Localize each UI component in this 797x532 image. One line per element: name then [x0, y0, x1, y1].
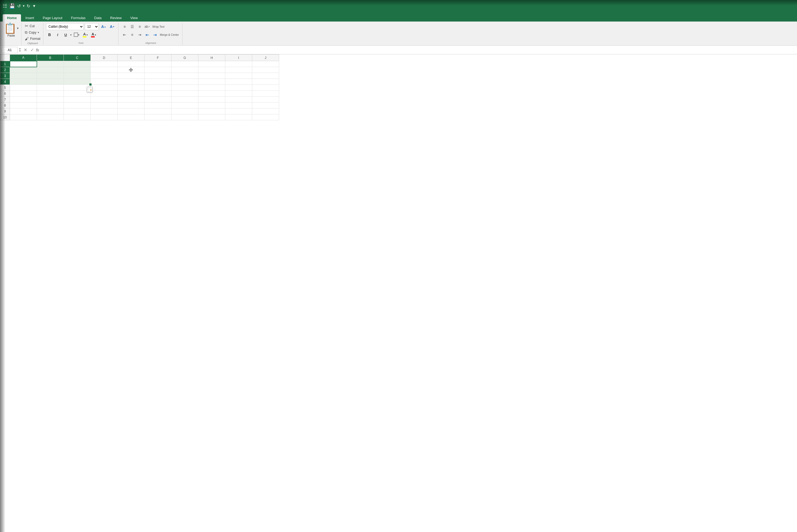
cell-b5[interactable]	[37, 85, 64, 91]
redo-icon[interactable]: ↻	[27, 3, 30, 8]
cell-j5[interactable]	[252, 85, 279, 91]
cell-h2[interactable]	[198, 67, 225, 73]
col-header-i[interactable]: I	[225, 55, 252, 61]
col-header-b[interactable]: B	[37, 55, 64, 61]
cell-e10[interactable]	[118, 114, 145, 120]
paste-button[interactable]: 📋 ▾	[4, 23, 19, 33]
cell-d7[interactable]	[91, 97, 118, 102]
cell-reference-box[interactable]: A1	[2, 47, 18, 53]
cell-e7[interactable]	[118, 97, 145, 102]
cell-h7[interactable]	[198, 97, 225, 102]
cell-e4[interactable]	[118, 79, 145, 85]
cell-f10[interactable]	[145, 114, 171, 120]
font-family-select[interactable]: Calibri (Body)	[46, 23, 84, 30]
cell-a10[interactable]	[10, 114, 37, 120]
row-header-8[interactable]: 8	[0, 102, 10, 109]
cell-h4[interactable]	[198, 79, 225, 85]
row-header-1[interactable]: 1	[0, 61, 10, 67]
tab-insert[interactable]: Insert	[21, 14, 38, 21]
cell-e6[interactable]	[118, 91, 145, 97]
cell-d8[interactable]	[91, 102, 118, 109]
formula-input[interactable]	[42, 47, 795, 53]
highlight-color-button[interactable]: A ▾	[81, 32, 89, 38]
cell-d9[interactable]	[91, 109, 118, 114]
cell-h3[interactable]	[198, 73, 225, 79]
cell-h6[interactable]	[198, 91, 225, 97]
cell-a8[interactable]	[10, 102, 37, 109]
cell-a6[interactable]	[10, 91, 37, 97]
cell-h10[interactable]	[198, 114, 225, 120]
merge-center-btn[interactable]: Merge & Center	[159, 31, 180, 38]
decrease-font-btn[interactable]: A▼	[109, 23, 116, 30]
cell-a3[interactable]	[10, 73, 37, 79]
tab-view[interactable]: View	[126, 14, 142, 21]
tab-data[interactable]: Data	[90, 14, 106, 21]
row-header-9[interactable]: 9	[0, 109, 10, 114]
customize-icon[interactable]: ▼	[32, 4, 36, 8]
cell-f2[interactable]	[145, 67, 171, 73]
row-header-3[interactable]: 3	[0, 73, 10, 79]
cell-i3[interactable]	[225, 73, 252, 79]
formula-confirm-button[interactable]: ✓	[29, 48, 35, 53]
cell-g6[interactable]	[171, 91, 198, 97]
cell-j6[interactable]	[252, 91, 279, 97]
cell-j2[interactable]	[252, 67, 279, 73]
cell-g4[interactable]	[171, 79, 198, 85]
col-header-a[interactable]: A	[10, 55, 37, 61]
row-header-5[interactable]: 5	[0, 85, 10, 91]
undo-icon[interactable]: ↺	[17, 3, 21, 8]
increase-indent-btn[interactable]: ⇥	[151, 31, 158, 38]
cell-g10[interactable]	[171, 114, 198, 120]
underline-button[interactable]: U	[62, 31, 69, 38]
fill-handle[interactable]	[89, 83, 92, 86]
cell-f6[interactable]	[145, 91, 171, 97]
cell-a1[interactable]	[10, 61, 37, 67]
spreadsheet-inner[interactable]: A B C D E F G H I J 1	[0, 54, 797, 532]
formula-cancel-button[interactable]: ✕	[23, 48, 28, 53]
highlight-dropdown[interactable]: ▾	[87, 33, 88, 36]
decrease-indent-btn[interactable]: ⇤	[144, 31, 151, 38]
tab-home[interactable]: Home	[3, 14, 21, 21]
cell-h9[interactable]	[198, 109, 225, 114]
orientation-btn[interactable]: ab↗	[144, 23, 151, 30]
wrap-text-btn[interactable]: Wrap Text	[151, 23, 166, 30]
align-right-btn[interactable]: ⇥	[136, 31, 143, 38]
format-painter-button[interactable]: 🖌 Format	[24, 36, 41, 41]
cell-d5[interactable]	[91, 85, 118, 91]
cell-i10[interactable]	[225, 114, 252, 120]
row-header-6[interactable]: 6	[0, 91, 10, 97]
cell-a4[interactable]	[10, 79, 37, 85]
cell-f3[interactable]	[145, 73, 171, 79]
cell-g1[interactable]	[171, 61, 198, 67]
font-color-dropdown[interactable]: ▾	[95, 33, 96, 36]
autofill-icon[interactable]: +	[87, 87, 93, 93]
cell-a5[interactable]	[10, 85, 37, 91]
cell-j10[interactable]	[252, 114, 279, 120]
cell-d3[interactable]	[91, 73, 118, 79]
cell-i6[interactable]	[225, 91, 252, 97]
cut-button[interactable]: ✂ Cut	[24, 23, 41, 29]
cell-f1[interactable]	[145, 61, 171, 67]
cell-d1[interactable]	[91, 61, 118, 67]
cell-b10[interactable]	[37, 114, 64, 120]
cell-g9[interactable]	[171, 109, 198, 114]
cell-b1[interactable]	[37, 61, 64, 67]
cell-b8[interactable]	[37, 102, 64, 109]
cell-a7[interactable]	[10, 97, 37, 102]
cell-i9[interactable]	[225, 109, 252, 114]
copy-dropdown[interactable]: ▾	[38, 31, 39, 34]
paste-dropdown-arrow[interactable]: ▾	[17, 26, 19, 30]
cell-b7[interactable]	[37, 97, 64, 102]
tab-page-layout[interactable]: Page Layout	[38, 14, 67, 21]
cell-f4[interactable]	[145, 79, 171, 85]
col-header-g[interactable]: G	[171, 55, 198, 61]
undo-dropdown[interactable]: ▾	[23, 4, 24, 8]
tab-review[interactable]: Review	[106, 14, 126, 21]
cell-c1[interactable]	[64, 61, 91, 67]
cell-e9[interactable]	[118, 109, 145, 114]
cell-c3[interactable]	[64, 73, 91, 79]
cell-b9[interactable]	[37, 109, 64, 114]
cell-b4[interactable]	[37, 79, 64, 85]
col-header-d[interactable]: D	[91, 55, 118, 61]
col-header-f[interactable]: F	[145, 55, 171, 61]
